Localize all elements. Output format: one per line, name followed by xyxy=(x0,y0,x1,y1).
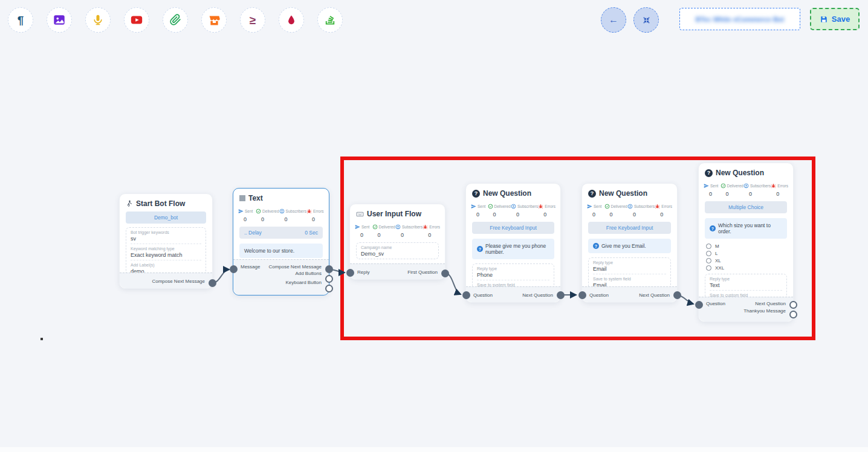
input-question-label: Question xyxy=(473,292,493,298)
toolbar-drip-button[interactable] xyxy=(279,7,304,33)
bot-name-button[interactable]: Demo_bot xyxy=(126,211,206,224)
field-reply-type: Reply type Phone xyxy=(477,264,549,280)
question-preview: ? Please give me you phone number. xyxy=(472,239,554,259)
stat-sent: Sent 0 xyxy=(355,224,372,238)
save-button[interactable]: Save xyxy=(810,8,860,30)
stats-row: Sent 0 Delivered 0 Subscribers 0 xyxy=(466,200,560,218)
subscribers-icon xyxy=(627,204,633,209)
errors-icon xyxy=(538,204,543,209)
delay-value: 0 Sec xyxy=(305,230,318,236)
port-thankyou-message[interactable] xyxy=(789,311,797,318)
node-header: ? New Question xyxy=(466,184,560,200)
field-reply-type: Reply type Email xyxy=(593,258,666,274)
node-text[interactable]: Text Sent 0 Delivered 0 Subscri xyxy=(233,188,329,295)
port-question-in[interactable] xyxy=(578,291,586,299)
pilcrow-icon: ¶ xyxy=(18,15,24,26)
field-trigger-keywords: Bot trigger keywords sv xyxy=(131,228,201,244)
toolbar-text-button[interactable]: ¶ xyxy=(8,7,33,33)
output-next-question: Next Question xyxy=(522,292,553,298)
stat-subscribers: Subscribers 0 xyxy=(395,224,423,238)
toolbar-image-button[interactable] xyxy=(47,7,72,33)
delivered-icon xyxy=(256,208,261,214)
flow-canvas[interactable]: ¶ ≥ xyxy=(0,0,868,452)
fit-screen-button[interactable] xyxy=(633,7,659,33)
port-keyboard-button[interactable] xyxy=(325,285,333,292)
toolbar-file-button[interactable] xyxy=(163,7,188,33)
greater-equal-icon: ≥ xyxy=(250,15,256,26)
port-question-in[interactable] xyxy=(462,291,470,299)
node-header: ? New Question xyxy=(582,184,677,200)
node-footer: Reply First Question xyxy=(350,263,445,279)
node-question-email[interactable]: ? New Question Sent 0 Delivered 0 xyxy=(581,183,678,303)
campaign-box: Campaign name Demo_sv xyxy=(356,242,439,259)
node-title: User Input Flow xyxy=(367,210,421,218)
port-add-buttons[interactable] xyxy=(325,275,333,283)
radio-icon xyxy=(706,265,711,271)
input-reply-label: Reply xyxy=(357,270,369,275)
toolbar-audio-button[interactable] xyxy=(85,7,111,33)
node-header: Start Bot Flow xyxy=(120,194,212,210)
port-reply-in[interactable] xyxy=(346,269,354,277)
toolbar-video-button[interactable] xyxy=(124,7,149,33)
stat-delivered: Delivered 0 xyxy=(488,204,511,218)
stat-sent: Sent 0 xyxy=(704,183,721,197)
output-next-question: Next Question xyxy=(639,292,670,298)
stats-row: Sent 0 Delivered 0 Subscribers 0 xyxy=(699,179,793,197)
output-thankyou-message: Thankyou Message xyxy=(743,308,786,314)
toolbar-condition-button[interactable]: ≥ xyxy=(240,7,265,33)
port-compose-next-message[interactable] xyxy=(209,279,216,287)
subscribers-icon xyxy=(511,204,516,209)
microphone-icon xyxy=(92,14,104,26)
back-button[interactable]: ← xyxy=(601,7,626,33)
radio-icon xyxy=(706,258,711,263)
delay-bar: .. Delay 0 Sec xyxy=(239,227,323,239)
node-question-size[interactable]: ? New Question Sent 0 Delivered 0 xyxy=(698,163,794,322)
canvas-dot xyxy=(40,338,43,340)
port-next-question[interactable] xyxy=(673,291,681,299)
question-type-button[interactable]: Multiple Choice xyxy=(705,201,787,213)
stat-delivered: Delivered 0 xyxy=(604,204,627,218)
droplet-icon xyxy=(286,15,297,25)
node-question-phone[interactable]: ? New Question Sent 0 Delivered 0 xyxy=(465,183,561,303)
port-message-in[interactable] xyxy=(230,265,238,273)
input-question-label: Question xyxy=(706,301,725,306)
stat-sent: Sent 0 xyxy=(238,208,256,222)
question-type-button[interactable]: Free Keyboard Input xyxy=(588,222,671,234)
node-footer: Compose Next Message xyxy=(120,273,212,288)
question-icon: ? xyxy=(472,190,480,198)
flow-name-blurred-text: BTec White eCommerce Bot xyxy=(696,16,785,23)
question-badge-icon: ? xyxy=(477,246,483,252)
field-reply-type: Reply type Text xyxy=(710,274,782,290)
node-start-bot-flow[interactable]: Start Bot Flow Demo_bot Bot trigger keyw… xyxy=(119,193,213,289)
stat-delivered: Delivered 0 xyxy=(372,224,395,238)
question-fields-box: Reply type Email Save to system field Em… xyxy=(588,257,671,291)
youtube-icon xyxy=(130,13,143,27)
toolbar-sequence-button[interactable] xyxy=(317,7,343,33)
stats-row: Sent 0 Delivered 0 Subscribers 0 xyxy=(582,200,677,218)
floppy-disk-icon xyxy=(820,15,828,24)
stat-subscribers: Subscribers 0 xyxy=(743,183,771,197)
bottom-strip xyxy=(0,447,868,452)
output-compose-next-message: Compose Next Message xyxy=(268,264,322,270)
toolbar-ecommerce-button[interactable] xyxy=(201,7,227,33)
delivered-icon xyxy=(604,204,610,209)
node-title: Start Bot Flow xyxy=(136,199,185,208)
sent-icon xyxy=(471,204,476,209)
question-type-button[interactable]: Free Keyboard Input xyxy=(472,222,554,234)
node-footer: Question Next Question Thankyou Message xyxy=(699,297,793,321)
output-keyboard-button: Keyboard Button xyxy=(285,280,322,285)
port-next-question[interactable] xyxy=(557,291,565,299)
stat-errors: Errors 0 xyxy=(423,224,440,238)
options-list: M L XL XXL xyxy=(706,242,787,271)
port-question-in[interactable] xyxy=(695,301,703,309)
output-compose-next-message: Compose Next Message xyxy=(152,279,205,284)
sent-icon xyxy=(238,208,244,214)
port-first-question[interactable] xyxy=(441,270,449,277)
port-next-question[interactable] xyxy=(789,301,797,309)
node-title: New Question xyxy=(483,189,531,198)
port-compose-next-message[interactable] xyxy=(325,265,333,273)
node-user-input-flow[interactable]: User Input Flow Sent 0 Delivered 0 xyxy=(349,204,445,280)
question-icon: ? xyxy=(705,169,713,177)
flow-name-input[interactable]: BTec White eCommerce Bot xyxy=(679,8,800,30)
sent-icon xyxy=(355,224,360,230)
